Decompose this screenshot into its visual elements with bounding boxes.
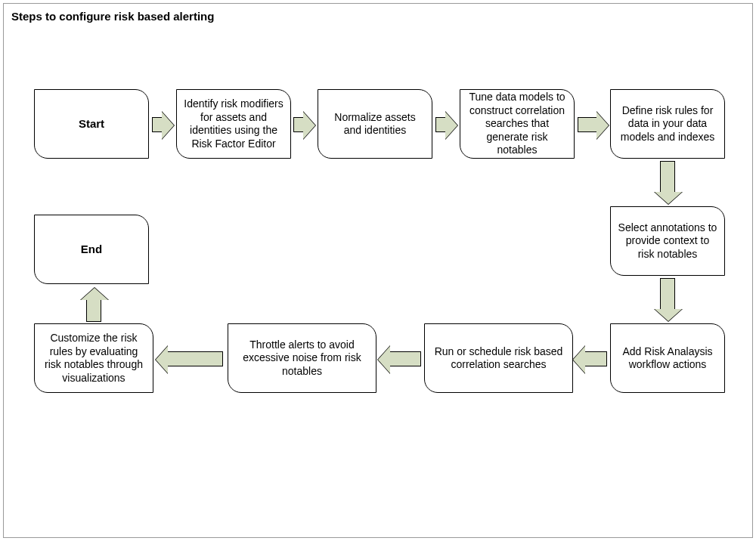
arrow-s4-to-s5 [660, 161, 675, 193]
step-add-workflow-actions: Add Risk Analaysis workflow actions [610, 323, 725, 393]
step-run-correlation-searches: Run or schedule risk based correlation s… [424, 323, 573, 393]
step-customize-risk-rules: Customize the risk rules by evaluating r… [34, 323, 153, 393]
arrow-s5-to-s6 [660, 278, 675, 310]
step-identify-risk-modifiers: Identify risk modifiers for assets and i… [176, 89, 291, 159]
arrow-s2-to-s3 [435, 117, 446, 132]
step-select-annotations: Select annotations to provide context to… [610, 206, 725, 276]
arrow-s7-to-s8 [389, 351, 421, 366]
arrow-s9-to-end [86, 299, 101, 322]
arrow-s3-to-s4 [578, 117, 597, 132]
step-throttle-alerts: Throttle alerts to avoid excessive noise… [228, 323, 376, 393]
diagram-title: Steps to configure risk based alerting [11, 10, 214, 23]
diagram-frame: Steps to configure risk based alerting S… [3, 3, 753, 538]
arrow-start-to-s1 [152, 117, 163, 132]
arrow-s6-to-s7 [584, 351, 607, 366]
step-normalize-assets: Normalize assets and identities [318, 89, 432, 159]
step-tune-data-models: Tune data models to construct correlatio… [460, 89, 575, 159]
step-define-risk-rules: Define risk rules for data in your data … [610, 89, 725, 159]
arrow-s8-to-s9 [167, 351, 223, 366]
end-terminator: End [34, 215, 149, 284]
arrow-s1-to-s2 [293, 117, 304, 132]
start-terminator: Start [34, 89, 149, 159]
